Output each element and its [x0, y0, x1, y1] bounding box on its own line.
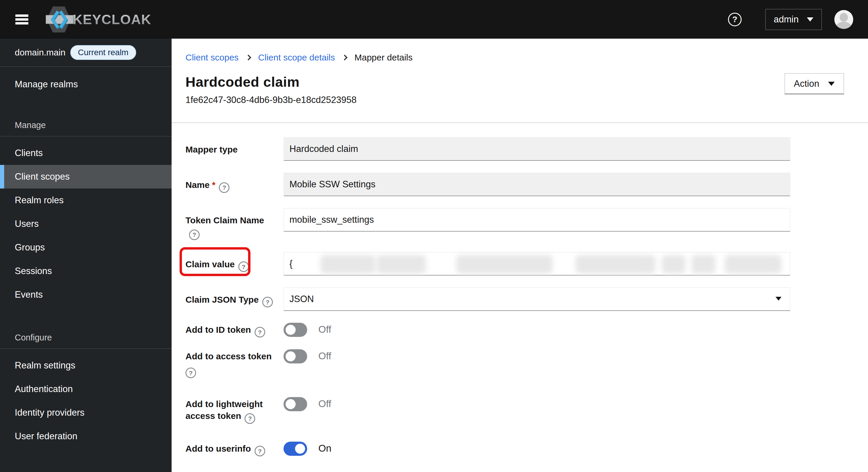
form-row-mapper-type: Mapper type Hardcoded claim — [185, 137, 844, 161]
product-name: KEYCLOAK — [73, 11, 151, 27]
redacted-blob — [456, 255, 553, 273]
form-row-add-to-lightweight-access-token: Add to lightweight access token? Off — [185, 397, 844, 424]
breadcrumb: Client scopes Client scope details Mappe… — [185, 53, 868, 63]
toggle-state-text: Off — [318, 323, 331, 338]
chevron-right-icon — [342, 55, 348, 61]
claim-value-prefix: { — [289, 259, 292, 269]
action-dropdown-button[interactable]: Action — [784, 73, 844, 94]
sidebar-item-groups[interactable]: Groups — [0, 236, 172, 259]
token-claim-name-label: Token Claim Name? — [185, 208, 274, 240]
sidebar-item-sessions[interactable]: Sessions — [0, 259, 172, 283]
avatar[interactable] — [834, 10, 853, 29]
sidebar-section-manage: Manage — [0, 118, 172, 130]
page-title: Hardcoded claim — [185, 74, 868, 90]
add-to-id-token-toggle[interactable] — [283, 323, 307, 337]
chevron-down-icon — [807, 18, 813, 22]
claim-value-label: Claim value? — [185, 252, 274, 275]
user-menu-dropdown[interactable]: admin — [765, 9, 822, 30]
add-to-userinfo-label: Add to userinfo? — [185, 442, 274, 457]
sidebar-item-user-federation[interactable]: User federation — [0, 425, 172, 448]
keycloak-logo: KEYCLOAK — [42, 2, 151, 37]
sidebar-item-events[interactable]: Events — [0, 283, 172, 306]
form-row-claim-value: Claim value? { — [185, 252, 844, 275]
name-input: Mobile SSW Settings — [283, 173, 790, 196]
claim-json-type-select[interactable]: JSON — [283, 287, 790, 311]
chevron-right-icon — [245, 55, 251, 61]
sidebar-item-manage-realms[interactable]: Manage realms — [0, 75, 172, 94]
claim-value-input[interactable]: { — [283, 252, 790, 275]
add-to-userinfo-toggle[interactable] — [283, 442, 307, 456]
redacted-blob — [725, 255, 781, 273]
sidebar-item-authentication[interactable]: Authentication — [0, 377, 172, 401]
redacted-blob — [320, 255, 375, 273]
realm-row: domain.main Current realm — [0, 39, 172, 67]
help-question-icon[interactable]: ? — [255, 446, 265, 457]
help-question-icon[interactable]: ? — [238, 261, 249, 272]
sidebar: domain.main Current realm Manage realms … — [0, 39, 172, 472]
redacted-blob — [692, 255, 715, 273]
mapper-form: Mapper type Hardcoded claim Name*? Mobil… — [185, 123, 844, 472]
add-to-access-token-label: Add to access token ? — [185, 349, 274, 378]
main-content: Client scopes Client scope details Mappe… — [172, 39, 868, 472]
toggle-state-text: Off — [318, 397, 331, 424]
name-label: Name*? — [185, 173, 274, 196]
form-row-token-claim-name: Token Claim Name? mobile_ssw_settings — [185, 208, 844, 240]
add-to-id-token-label: Add to ID token? — [185, 323, 274, 338]
form-row-name: Name*? Mobile SSW Settings — [185, 173, 844, 196]
redacted-blob — [576, 255, 655, 273]
sidebar-section-configure: Configure — [0, 331, 172, 342]
redacted-blob — [662, 255, 685, 273]
toggle-state-text: On — [318, 442, 331, 457]
add-to-lightweight-access-token-toggle[interactable] — [283, 397, 307, 411]
add-to-access-token-toggle[interactable] — [283, 349, 307, 364]
form-row-claim-json-type: Claim JSON Type? JSON — [185, 287, 844, 311]
help-icon[interactable]: ? — [728, 13, 742, 26]
mapper-id: 1fe62c47-30c8-4db6-9b3b-e18cd2523958 — [185, 95, 868, 105]
sidebar-item-identity-providers[interactable]: Identity providers — [0, 401, 172, 425]
required-asterisk: * — [212, 180, 216, 190]
chevron-down-icon — [776, 297, 781, 301]
breadcrumb-mapper-details: Mapper details — [354, 53, 412, 63]
masthead: KEYCLOAK ? admin — [0, 0, 868, 39]
realm-name: domain.main — [15, 47, 66, 58]
form-row-add-to-access-token: Add to access token ? Off — [185, 349, 844, 378]
breadcrumb-client-scopes[interactable]: Client scopes — [185, 53, 239, 63]
token-claim-name-input[interactable]: mobile_ssw_settings — [283, 208, 790, 232]
form-row-add-to-userinfo: Add to userinfo? On — [185, 442, 844, 457]
sidebar-item-client-scopes[interactable]: Client scopes — [0, 165, 172, 189]
help-question-icon[interactable]: ? — [185, 368, 196, 378]
mapper-type-label: Mapper type — [185, 137, 274, 161]
action-label: Action — [794, 78, 819, 89]
sidebar-item-realm-roles[interactable]: Realm roles — [0, 189, 172, 212]
help-question-icon[interactable]: ? — [189, 230, 200, 240]
mapper-type-input: Hardcoded claim — [283, 137, 790, 161]
help-question-icon[interactable]: ? — [255, 327, 265, 337]
help-question-icon[interactable]: ? — [219, 182, 229, 193]
current-realm-badge: Current realm — [70, 45, 136, 60]
help-question-icon[interactable]: ? — [262, 297, 273, 307]
user-name: admin — [774, 14, 799, 25]
keycloak-hexagon-icon — [42, 2, 75, 37]
claim-json-type-label: Claim JSON Type? — [185, 287, 274, 311]
form-row-add-to-id-token: Add to ID token? Off — [185, 323, 844, 338]
add-to-lightweight-access-token-label: Add to lightweight access token? — [185, 397, 274, 424]
sidebar-item-clients[interactable]: Clients — [0, 141, 172, 165]
breadcrumb-client-scope-details[interactable]: Client scope details — [258, 53, 335, 63]
sidebar-item-realm-settings[interactable]: Realm settings — [0, 354, 172, 377]
chevron-down-icon — [828, 82, 835, 86]
sidebar-item-users[interactable]: Users — [0, 212, 172, 236]
help-question-icon[interactable]: ? — [245, 413, 255, 424]
redacted-blob — [376, 255, 426, 273]
hamburger-menu-icon[interactable] — [16, 14, 28, 25]
toggle-state-text: Off — [318, 349, 331, 378]
